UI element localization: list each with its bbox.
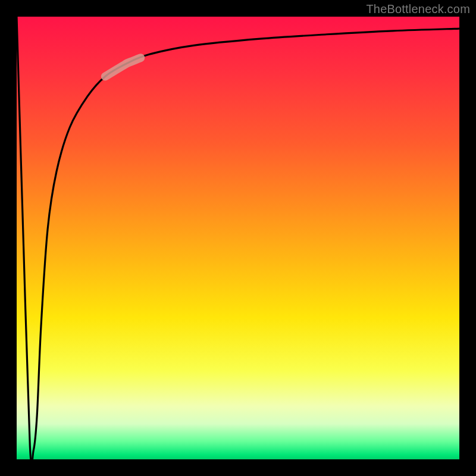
chart-frame: TheBottleneck.com [0,0,476,476]
watermark-text: TheBottleneck.com [366,2,470,16]
highlight-segment [105,58,141,76]
curve-svg [17,17,459,459]
bottleneck-curve-path [17,17,459,459]
plot-area [17,17,459,459]
